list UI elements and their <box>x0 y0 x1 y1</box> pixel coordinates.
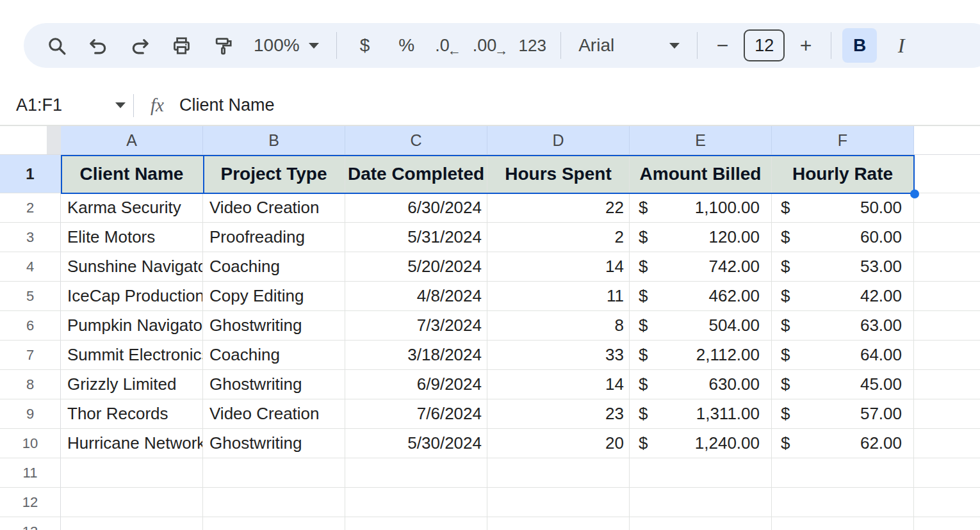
cell-C8[interactable]: 6/9/2024 <box>345 370 487 399</box>
bold-button[interactable]: B <box>842 28 877 63</box>
search-button[interactable] <box>39 28 74 63</box>
column-header-D[interactable]: D <box>487 126 630 154</box>
column-header-C[interactable]: C <box>345 126 487 154</box>
formula-input[interactable]: Client Name <box>179 95 980 115</box>
cell-E9[interactable]: $1,311.00 <box>630 399 772 429</box>
cell-F6[interactable]: $63.00 <box>772 311 914 341</box>
row-header-7[interactable]: 7 <box>0 341 61 370</box>
cell-D8[interactable]: 14 <box>487 370 630 399</box>
cell-F4[interactable]: $53.00 <box>772 252 914 282</box>
cell-F9[interactable]: $57.00 <box>772 399 914 429</box>
cell-F12[interactable] <box>772 488 914 517</box>
column-header-E[interactable]: E <box>630 126 772 154</box>
column-header-A[interactable]: A <box>61 126 203 154</box>
cell-A12[interactable] <box>61 488 203 517</box>
cell-A5[interactable]: IceCap Productions <box>61 282 203 311</box>
cell-E5[interactable]: $462.00 <box>630 282 772 311</box>
cell-F8[interactable]: $45.00 <box>772 370 914 399</box>
cell-D3[interactable]: 2 <box>487 223 630 252</box>
row-header-3[interactable]: 3 <box>0 223 61 252</box>
cell-C1[interactable]: Date Completed <box>345 155 487 193</box>
paint-format-button[interactable] <box>206 28 240 63</box>
cell-C6[interactable]: 7/3/2024 <box>345 311 487 341</box>
cell-D12[interactable] <box>487 488 630 517</box>
cell-B1[interactable]: Project Type <box>203 155 345 193</box>
cell-C4[interactable]: 5/20/2024 <box>345 252 487 282</box>
cell-D2[interactable]: 22 <box>487 193 630 223</box>
cell-A3[interactable]: Elite Motors <box>61 223 203 252</box>
cell-F1[interactable]: Hourly Rate <box>772 155 914 193</box>
cell-B10[interactable]: Ghostwriting <box>203 429 345 458</box>
cell-D6[interactable]: 8 <box>487 311 630 341</box>
column-header-F[interactable]: F <box>772 126 914 154</box>
selection-fill-handle[interactable] <box>910 189 919 198</box>
percent-format-button[interactable]: % <box>389 28 424 63</box>
cell-B6[interactable]: Ghostwriting <box>203 311 345 341</box>
redo-button[interactable] <box>122 28 157 63</box>
cell-B5[interactable]: Copy Editing <box>203 282 345 311</box>
row-header-1[interactable]: 1 <box>0 155 61 193</box>
cell-A8[interactable]: Grizzly Limited <box>61 370 203 399</box>
column-header-B[interactable]: B <box>203 126 345 154</box>
row-header-4[interactable]: 4 <box>0 252 61 282</box>
row-header-8[interactable]: 8 <box>0 370 61 399</box>
cell-E3[interactable]: $120.00 <box>630 223 772 252</box>
cell-C9[interactable]: 7/6/2024 <box>345 399 487 429</box>
cell-C11[interactable] <box>345 458 487 488</box>
font-family-select[interactable]: Arial <box>572 28 686 63</box>
cell-A4[interactable]: Sunshine Navigators <box>61 252 203 282</box>
cell-D10[interactable]: 20 <box>487 429 630 458</box>
more-formats-button[interactable]: 123 <box>515 28 550 63</box>
cell-E7[interactable]: $2,112.00 <box>630 341 772 370</box>
cell-E10[interactable]: $1,240.00 <box>630 429 772 458</box>
print-button[interactable] <box>164 28 199 63</box>
cell-B7[interactable]: Coaching <box>203 341 345 370</box>
cell-F3[interactable]: $60.00 <box>772 223 914 252</box>
row-header-6[interactable]: 6 <box>0 311 61 341</box>
cell-D5[interactable]: 11 <box>487 282 630 311</box>
row-header-11[interactable]: 11 <box>0 458 61 488</box>
increase-font-size-button[interactable]: + <box>792 28 820 63</box>
cell-E11[interactable] <box>630 458 772 488</box>
row-header-12[interactable]: 12 <box>0 488 61 517</box>
cell-A10[interactable]: Hurricane Networks <box>61 429 203 458</box>
currency-format-button[interactable]: $ <box>348 28 382 63</box>
cell-B9[interactable]: Video Creation <box>203 399 345 429</box>
cell-E1[interactable]: Amount Billed <box>630 155 772 193</box>
cell-D9[interactable]: 23 <box>487 399 630 429</box>
cell-F13[interactable] <box>772 517 914 530</box>
cell-A11[interactable] <box>61 458 203 488</box>
font-size-input[interactable]: 12 <box>744 29 785 61</box>
cell-A13[interactable] <box>61 517 203 530</box>
cell-C13[interactable] <box>345 517 487 530</box>
cell-F11[interactable] <box>772 458 914 488</box>
row-header-10[interactable]: 10 <box>0 429 61 458</box>
cell-F10[interactable]: $62.00 <box>772 429 914 458</box>
cell-D1[interactable]: Hours Spent <box>487 155 630 193</box>
cell-F7[interactable]: $64.00 <box>772 341 914 370</box>
row-header-5[interactable]: 5 <box>0 282 61 311</box>
cell-B13[interactable] <box>203 517 345 530</box>
zoom-select[interactable]: 100% <box>247 28 325 63</box>
cell-C5[interactable]: 4/8/2024 <box>345 282 487 311</box>
cell-B2[interactable]: Video Creation <box>203 193 345 223</box>
cell-C2[interactable]: 6/30/2024 <box>345 193 487 223</box>
cell-D4[interactable]: 14 <box>487 252 630 282</box>
cell-E2[interactable]: $1,100.00 <box>630 193 772 223</box>
cell-E13[interactable] <box>630 517 772 530</box>
cell-A9[interactable]: Thor Records <box>61 399 203 429</box>
cell-C12[interactable] <box>345 488 487 517</box>
row-header-13[interactable]: 13 <box>0 517 61 530</box>
decrease-decimal-button[interactable]: .0 ← <box>431 28 466 63</box>
cell-B8[interactable]: Ghostwriting <box>203 370 345 399</box>
cell-E6[interactable]: $504.00 <box>630 311 772 341</box>
cell-D7[interactable]: 33 <box>487 341 630 370</box>
cell-B11[interactable] <box>203 458 345 488</box>
cell-B4[interactable]: Coaching <box>203 252 345 282</box>
cell-F5[interactable]: $42.00 <box>772 282 914 311</box>
cell-F2[interactable]: $50.00 <box>772 193 914 223</box>
cell-D11[interactable] <box>487 458 630 488</box>
cell-C10[interactable]: 5/30/2024 <box>345 429 487 458</box>
cell-A2[interactable]: Karma Security <box>61 193 203 223</box>
row-header-2[interactable]: 2 <box>0 193 61 223</box>
